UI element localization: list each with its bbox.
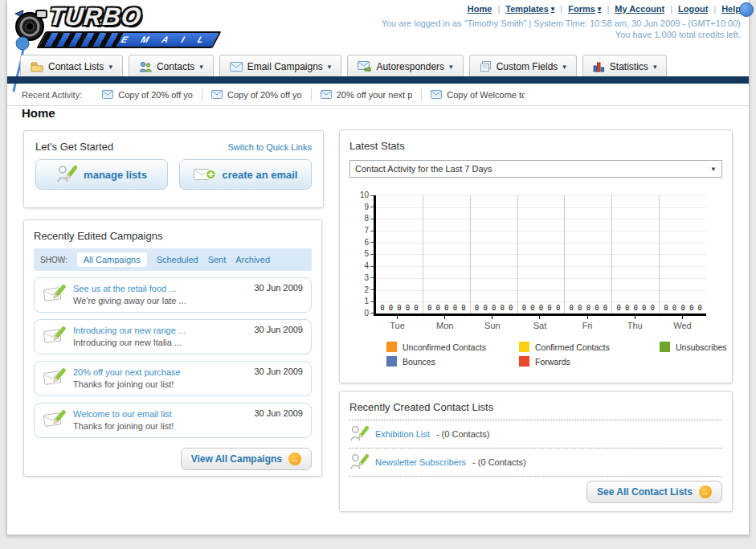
page-title: Home: [22, 106, 55, 120]
main-content-panel: TURBO E M A I L Home Templates Forms My …: [6, 0, 750, 535]
envelope-arrow-icon: [358, 61, 371, 72]
envelope-plus-icon: [194, 166, 216, 182]
contact-list-count: - (0 Contacts): [472, 457, 526, 467]
plot-column: 00000000000000000000000000000000000 TueM…: [374, 195, 706, 330]
y-axis-labels: 109876543210: [349, 191, 374, 318]
campaign-subtitle: Thanks for joining our list!: [73, 379, 181, 391]
tab-custom-fields[interactable]: Custom Fields: [469, 55, 577, 77]
x-axis-label: Mon: [421, 316, 468, 330]
envelope-pencil-icon: [43, 283, 67, 305]
logo-stripes: [39, 33, 123, 47]
data-value: 0: [578, 304, 582, 312]
legend-label: Forwards: [535, 357, 570, 367]
campaign-item[interactable]: See us at the retail food ... We're givi…: [34, 277, 312, 313]
envelope-icon: [102, 90, 113, 99]
filter-sent[interactable]: Sent: [208, 255, 227, 264]
contact-list-item[interactable]: Newsletter Subscribers - (0 Contacts): [349, 449, 722, 477]
data-value: 0: [586, 304, 590, 312]
navy-divider-bar: [7, 76, 749, 84]
tab-contacts[interactable]: Contacts: [129, 55, 214, 77]
campaign-item[interactable]: Introducing our new range ... Introducin…: [34, 319, 312, 354]
campaign-date: 30 Jun 2009: [254, 367, 303, 376]
data-value: 0: [414, 304, 418, 312]
filter-archived[interactable]: Archived: [235, 255, 270, 264]
view-all-campaigns-label: View All Campaigns: [191, 453, 282, 465]
arrow-circle-icon: [699, 485, 712, 498]
y-tick-label: 9: [349, 203, 374, 211]
top-link-forms[interactable]: Forms: [568, 4, 601, 14]
recent-activity-item[interactable]: 20% off your next p: [311, 88, 422, 101]
x-axis-labels: TueMonSunSatFriThuWed: [374, 316, 706, 330]
app-page: TURBO E M A I L Home Templates Forms My …: [0, 0, 756, 549]
data-value: 0: [444, 304, 448, 312]
data-value: 0: [697, 304, 701, 312]
x-tick-mark: [539, 316, 540, 319]
recent-activity-item[interactable]: Copy of 20% off yo: [93, 88, 202, 101]
blue-dot-decoration: [739, 2, 754, 17]
switch-quick-links-link[interactable]: Switch to Quick Links: [227, 142, 312, 152]
data-value: 0: [634, 304, 638, 312]
chart-day-group: 00000: [612, 195, 660, 313]
x-axis-label: Sat: [516, 316, 563, 330]
campaign-title: 20% off your next purchase: [73, 367, 181, 379]
envelope-pencil-icon: [43, 325, 67, 346]
view-all-campaigns-button[interactable]: View All Campaigns: [181, 448, 312, 470]
campaign-date: 30 Jun 2009: [254, 325, 303, 334]
top-link-templates[interactable]: Templates: [505, 4, 554, 14]
data-value: 0: [595, 304, 599, 312]
recent-activity-item[interactable]: Copy of Welcome to: [421, 88, 533, 101]
data-value: 0: [397, 304, 401, 312]
chart-day-group: 00000: [518, 195, 566, 313]
filter-scheduled[interactable]: Scheduled: [157, 255, 198, 264]
stats-period-select[interactable]: Contact Activity for the Last 7 Days ▼: [349, 160, 722, 178]
filter-all-campaigns[interactable]: All Campaigns: [77, 252, 147, 267]
tab-email-campaigns[interactable]: Email Campaigns: [219, 55, 342, 77]
campaign-title: Introducing our new range ...: [73, 325, 186, 337]
x-tick-mark: [492, 316, 492, 319]
fields-icon: [480, 61, 492, 72]
contact-list-link[interactable]: Newsletter Subscribers: [375, 457, 466, 467]
campaign-filter-bar: SHOW: All Campaigns Scheduled Sent Archi…: [34, 248, 312, 271]
recent-campaigns-title: Recently Edited Campaigns: [34, 230, 312, 242]
envelope-icon: [230, 62, 243, 72]
tab-label: Contacts: [157, 61, 194, 72]
contact-list-link[interactable]: Exhibition List: [375, 429, 430, 439]
tab-autoresponders[interactable]: Autoresponders: [347, 55, 463, 77]
y-tick-label: 8: [349, 215, 374, 223]
recent-activity-label: Recent Activity:: [22, 90, 82, 100]
manage-lists-button[interactable]: manage lists: [35, 159, 168, 190]
data-value: 0: [664, 304, 668, 312]
x-tick-mark: [682, 316, 683, 319]
campaign-title: Welcome to our email list: [73, 408, 174, 420]
show-label: SHOW:: [40, 256, 67, 264]
person-pencil-icon: [349, 424, 369, 444]
tab-contact-lists[interactable]: Contact Lists: [20, 55, 123, 77]
legend-swatch: [660, 342, 670, 352]
divider: [713, 4, 716, 14]
top-link-home[interactable]: Home: [468, 4, 492, 14]
data-value: 0: [461, 304, 465, 312]
x-tick-mark: [587, 316, 588, 319]
campaign-item[interactable]: 20% off your next purchase Thanks for jo…: [34, 361, 312, 396]
create-email-button[interactable]: create an email: [179, 159, 312, 190]
top-link-help[interactable]: Help: [721, 4, 741, 14]
contact-list-item[interactable]: Exhibition List - (0 Contacts): [349, 420, 722, 449]
contact-lists-card: Recently Created Contact Lists Exhibitio…: [339, 391, 733, 512]
data-value: 0: [539, 304, 543, 312]
legend-swatch: [519, 356, 529, 367]
y-tick-label: 2: [349, 286, 374, 294]
chart-plot-area: 00000000000000000000000000000000000: [374, 195, 706, 316]
data-value: 0: [570, 304, 574, 312]
login-line1: You are logged in as "Timothy Smith" | S…: [382, 18, 741, 29]
top-link-logout[interactable]: Logout: [678, 4, 708, 14]
top-link-my-account[interactable]: My Account: [615, 4, 664, 14]
campaign-item[interactable]: Welcome to our email list Thanks for joi…: [34, 403, 312, 438]
tab-statistics[interactable]: Statistics: [582, 55, 668, 77]
zero-values-row: 00000: [518, 304, 565, 312]
person-pencil-icon: [56, 165, 77, 184]
see-all-contact-lists-button[interactable]: See All Contact Lists: [586, 481, 722, 503]
recent-activity-text: Copy of 20% off yo: [227, 90, 302, 100]
legend-item: Bounces: [386, 356, 519, 367]
recent-activity-item[interactable]: Copy of 20% off yo: [202, 88, 311, 101]
folder-icon: [31, 61, 43, 72]
